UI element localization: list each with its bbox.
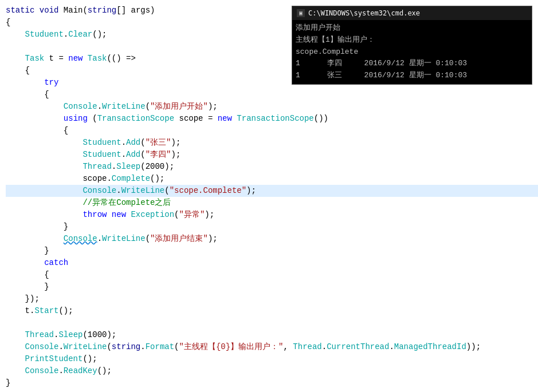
terminal-titlebar: ▣ C:\WINDOWS\system32\cmd.exe (292, 6, 532, 20)
code-line-24: } (6, 281, 538, 293)
code-line-26: t.Start(); (6, 305, 538, 317)
code-line-13: Studuent.Add("李四"); (6, 149, 538, 161)
code-line-8: { (6, 89, 538, 101)
code-line-16: Console.WriteLine("scope.Complete"); (6, 185, 538, 197)
code-line-22: catch (6, 257, 538, 269)
code-line-21: } (6, 245, 538, 257)
terminal-line-4: 1 李四 2016/9/12 星期一 0:10:03 (296, 58, 528, 70)
code-line-27 (6, 317, 538, 329)
code-line-14: Thread.Sleep(2000); (6, 161, 538, 173)
code-line-19: } (6, 221, 538, 233)
terminal-body: 添加用户开始 主线程【1】输出用户： scope.Complete 1 李四 2… (292, 20, 532, 84)
code-line-29: Console.WriteLine(string.Format("主线程【{0}… (6, 341, 538, 353)
code-line-31: Console.ReadKey(); (6, 365, 538, 377)
terminal-line-5: 1 张三 2016/9/12 星期一 0:10:03 (296, 70, 528, 82)
code-line-15: scope.Complete(); (6, 173, 538, 185)
terminal-line-1: 添加用户开始 (296, 22, 528, 34)
code-line-10: using (TransactionScope scope = new Tran… (6, 113, 538, 125)
code-line-18: throw new Exception("异常"); (6, 209, 538, 221)
terminal-line-3: scope.Complete (296, 46, 528, 58)
code-line-32: } (6, 377, 538, 389)
terminal-icon: ▣ (297, 9, 305, 17)
code-line-30: PrintStudent(); (6, 353, 538, 365)
terminal-line-2: 主线程【1】输出用户： (296, 34, 528, 46)
code-line-28: Thread.Sleep(1000); (6, 329, 538, 341)
terminal-title: C:\WINDOWS\system32\cmd.exe (308, 8, 420, 18)
terminal-window: ▣ C:\WINDOWS\system32\cmd.exe 添加用户开始 主线程… (292, 6, 532, 85)
code-line-11: { (6, 125, 538, 137)
code-line-9: Console.WriteLine("添加用户开始"); (6, 101, 538, 113)
code-line-17: //异常在Complete之后 (6, 197, 538, 209)
code-line-12: Studuent.Add("张三"); (6, 137, 538, 149)
code-line-23: { (6, 269, 538, 281)
code-line-20: Console.WriteLine("添加用户结束"); (6, 233, 538, 245)
code-line-25: }); (6, 293, 538, 305)
